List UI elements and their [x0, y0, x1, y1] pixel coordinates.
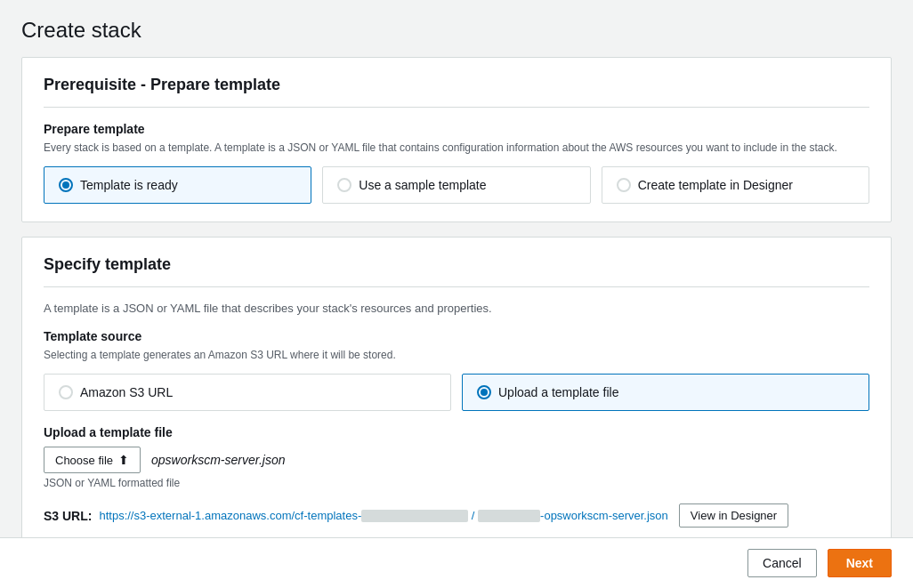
s3-url-masked-2	[478, 510, 540, 522]
template-source-options: Amazon S3 URL Upload a template file	[44, 374, 869, 411]
page-title: Create stack	[21, 18, 892, 43]
next-button[interactable]: Next	[828, 549, 892, 577]
prerequisite-header: Prerequisite - Prepare template	[44, 76, 869, 108]
prepare-template-options: Template is ready Use a sample template …	[44, 166, 869, 204]
upload-icon: ⬆	[118, 453, 129, 467]
upload-file-option[interactable]: Upload a template file	[462, 374, 869, 411]
prerequisite-section: Prerequisite - Prepare template Prepare …	[21, 57, 892, 222]
specify-subtitle: A template is a JSON or YAML file that d…	[44, 302, 869, 315]
s3-url-value: https://s3-external-1.amazonaws.com/cf-t…	[99, 509, 667, 523]
template-ready-label: Template is ready	[80, 178, 178, 192]
s3-url-option[interactable]: Amazon S3 URL	[44, 374, 451, 411]
file-format-hint: JSON or YAML formatted file	[44, 477, 869, 489]
footer-bar: Cancel Next	[0, 537, 913, 588]
designer-template-label: Create template in Designer	[638, 178, 793, 192]
designer-template-option[interactable]: Create template in Designer	[602, 166, 869, 204]
s3-url-label: Amazon S3 URL	[80, 385, 173, 399]
s3-url-radio[interactable]	[59, 385, 73, 399]
s3-url-row: S3 URL: https://s3-external-1.amazonaws.…	[44, 503, 869, 528]
upload-file-label: Upload a template file	[498, 385, 618, 399]
template-ready-radio[interactable]	[59, 178, 73, 192]
prepare-template-label: Prepare template	[44, 122, 869, 136]
s3-url-masked-1	[361, 510, 468, 522]
specify-section: Specify template A template is a JSON or…	[21, 237, 892, 546]
specify-header: Specify template	[44, 255, 869, 287]
upload-label: Upload a template file	[44, 425, 869, 439]
s3-url-prefix: https://s3-external-1.amazonaws.com/cf-t…	[99, 509, 361, 522]
s3-url-label-text: S3 URL:	[44, 509, 92, 523]
choose-file-label: Choose file	[55, 454, 113, 467]
uploaded-file-name: opsworkscm-server.json	[151, 453, 285, 467]
template-ready-option[interactable]: Template is ready	[44, 166, 311, 204]
s3-url-suffix: -opsworkscm-server.json	[540, 509, 668, 522]
view-in-designer-button[interactable]: View in Designer	[679, 503, 788, 528]
designer-template-radio[interactable]	[617, 178, 631, 192]
upload-section: Upload a template file Choose file ⬆ ops…	[44, 425, 869, 528]
upload-file-radio[interactable]	[477, 385, 491, 399]
template-source-description: Selecting a template generates an Amazon…	[44, 347, 869, 363]
cancel-button[interactable]: Cancel	[747, 549, 817, 577]
choose-file-button[interactable]: Choose file ⬆	[44, 447, 141, 473]
upload-row: Choose file ⬆ opsworkscm-server.json	[44, 447, 869, 473]
sample-template-label: Use a sample template	[359, 178, 486, 192]
sample-template-option[interactable]: Use a sample template	[322, 166, 590, 204]
prepare-template-description: Every stack is based on a template. A te…	[44, 140, 869, 156]
sample-template-radio[interactable]	[337, 178, 351, 192]
template-source-label: Template source	[44, 329, 869, 343]
